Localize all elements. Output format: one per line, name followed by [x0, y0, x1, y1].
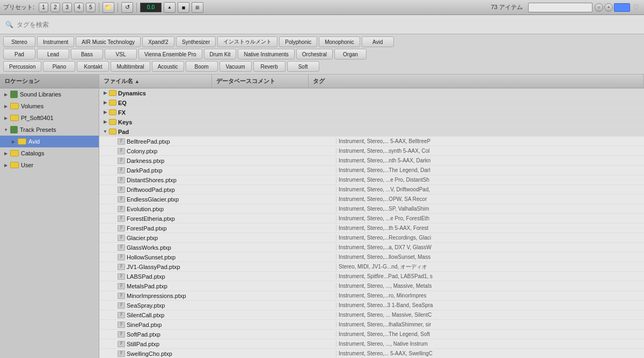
filter-btn-percussion[interactable]: Percussion [3, 61, 41, 72]
sidebar-item-pf-soft[interactable]: ▶Pf_Soft0401 [0, 112, 99, 124]
file-tags-cell: Instrument, Stereo, ...e Pro, DistantSh [336, 177, 644, 183]
filter-btn-soft[interactable]: Soft [287, 61, 319, 72]
refresh-btn[interactable]: ↺ [121, 2, 133, 13]
filter-btn-lead[interactable]: Lead [37, 49, 69, 59]
file-row[interactable]: EndlessGlacier.ptxpInstrument, Stereo,..… [99, 195, 644, 204]
sidebar-item-track-presets[interactable]: ▼Track Presets [0, 124, 99, 136]
filter-btn-vsl[interactable]: VSL [105, 49, 137, 59]
folder-row[interactable]: ▶Dynamics [99, 88, 644, 98]
filter-btn-kontakt[interactable]: Kontakt [77, 61, 109, 72]
file-row[interactable]: Colony.ptxpInstrument, Stereo,...synth 5… [99, 146, 644, 156]
file-row[interactable]: SwellingCho.ptxpInstrument, Stereo,... 5… [99, 349, 644, 358]
row-file-icon [118, 302, 125, 309]
file-row[interactable]: Evolution.ptxpInstrument, Stereo,...SP, … [99, 204, 644, 214]
preset-5[interactable]: 5 [86, 3, 96, 12]
sidebar-item-user[interactable]: ▶User [0, 159, 99, 171]
sidebar-item-catalogs[interactable]: ▶Catalogs [0, 147, 99, 159]
file-name-cell: MetalsPad.ptxp [127, 283, 239, 289]
filter-btn-bass[interactable]: Bass [71, 49, 103, 59]
sep-1 [99, 3, 99, 12]
filter-btn-orchestral[interactable]: Orchestral [296, 49, 333, 59]
sidebar-item-sound-libraries[interactable]: ▶Sound Libraries [0, 88, 99, 100]
filter-btn-pad[interactable]: Pad [3, 49, 35, 59]
file-name-cell: MinorImpressions.ptxp [127, 293, 239, 299]
row-file-icon [118, 177, 125, 183]
sidebar: ロケーション ▶Sound Libraries▶Volumes▶Pf_Soft0… [0, 74, 99, 358]
folder-icon-btn[interactable]: 📁 [103, 2, 114, 13]
filter-btn-xpand!2[interactable]: Xpand!2 [142, 36, 174, 47]
col-header-comment[interactable]: データベースコメント [212, 74, 309, 88]
search-input[interactable] [17, 21, 639, 28]
item-count: 73 アイテム [491, 3, 523, 11]
filter-btn-piano[interactable]: Piano [43, 61, 75, 72]
meter-btn[interactable]: ⊞ [192, 2, 203, 13]
stop-btn[interactable]: ■ [178, 2, 189, 13]
search-bar: 🔍 [0, 15, 644, 34]
filter-btn-reverb[interactable]: Reverb [253, 61, 286, 72]
file-row[interactable]: DistantShores.ptxpInstrument, Stereo, ..… [99, 175, 644, 185]
filter-btn-native-instruments[interactable]: Native Instruments [238, 49, 294, 59]
filter-btn-vacuum[interactable]: Vacuum [219, 61, 252, 72]
file-row[interactable]: DarkPad.ptxpInstrument, Stereo,...The Le… [99, 166, 644, 175]
file-row[interactable]: Glacier.ptxpInstrument, Stereo,...Record… [99, 233, 644, 243]
file-name-cell: DistantShores.ptxp [127, 177, 239, 183]
filter-btn-drum-kit[interactable]: Drum Kit [204, 49, 237, 59]
filter-btn-acoustic[interactable]: Acoustic [152, 61, 184, 72]
sidebar-item-volumes[interactable]: ▶Volumes [0, 100, 99, 112]
file-row[interactable]: MinorImpressions.ptxpInstrument, Stereo,… [99, 291, 644, 301]
file-row[interactable]: HollowSunset.ptxpInstrument, Stereo,...l… [99, 252, 644, 262]
file-name-cell: HollowSunset.ptxp [127, 254, 239, 260]
preset-4[interactable]: 4 [74, 3, 84, 12]
file-row[interactable]: SoftPad.ptxpInstrument, Stereo,...The Le… [99, 330, 644, 339]
file-tags-cell: Instrument, Stereo,...ro, MinorImpres [336, 293, 644, 299]
filter-btn-インストゥルメント[interactable]: インストゥルメント [217, 36, 277, 47]
folder-row[interactable]: ▶FX [99, 108, 644, 117]
circle-btn-1[interactable]: ○ [595, 3, 603, 12]
file-row[interactable]: BelltreePad.ptxpInstrument, Stereo,... 5… [99, 137, 644, 146]
file-row[interactable]: DriftwoodPad.ptxpInstrument, Stereo, ...… [99, 185, 644, 195]
file-row[interactable]: StillPad.ptxpInstrument, Stereo, ..., Na… [99, 339, 644, 349]
col-header-filename[interactable]: ファイル名 ▲ [99, 74, 212, 88]
file-row[interactable]: JV1-GlassyPad.ptxpStereo, MIDI, JV1-G...… [99, 262, 644, 272]
filter-btn-organ[interactable]: Organ [334, 49, 367, 59]
filter-btn-vienna-ensemble-pro[interactable]: Vienna Ensemble Pro [138, 49, 202, 59]
filter-btn-multitimbral[interactable]: Multitimbral [111, 61, 150, 72]
file-row[interactable]: MetalsPad.ptxpInstrument, Stereo, ..., M… [99, 281, 644, 291]
filter-btn-avid[interactable]: Avid [362, 36, 394, 47]
toolbar-right-icons: ○ + ♡ [595, 3, 641, 12]
blue-rect-btn[interactable] [614, 3, 630, 12]
file-row[interactable]: GlassWorks.ptxpInstrument, Stereo,...a, … [99, 243, 644, 252]
folder-row[interactable]: ▶Keys [99, 117, 644, 127]
file-row[interactable]: SinePad.ptxpInstrument, Stereo,...lhalla… [99, 320, 644, 330]
up-btn[interactable]: ▲ [164, 2, 175, 13]
row-file-icon [118, 244, 125, 251]
arrow-icon: ▶ [3, 103, 9, 109]
col-header-tags[interactable]: タグ [309, 74, 644, 88]
filter-btn-stereo[interactable]: Stereo [3, 36, 35, 47]
heart-btn[interactable]: ♡ [631, 3, 641, 12]
sep-2 [118, 3, 118, 12]
filter-btn-air-music-technology[interactable]: AIR Music Technology [76, 36, 141, 47]
folder-row[interactable]: ▶EQ [99, 98, 644, 108]
file-row[interactable]: SeaSpray.ptxpInstrument, Stereo...3 1-Ba… [99, 301, 644, 310]
file-row[interactable]: ForestEtheria.ptxpInstrument, Stereo, ..… [99, 214, 644, 223]
file-row[interactable]: SilentCall.ptxpInstrument, Stereo, ... M… [99, 310, 644, 320]
folder-row[interactable]: ▼Pad [99, 127, 644, 137]
filter-btn-synthesizer[interactable]: Synthesizer [176, 36, 216, 47]
file-row[interactable]: Darkness.ptxpInstrument, Stereo,...nth 5… [99, 156, 644, 166]
file-row[interactable]: LABSPad.ptxpInstrument, Spitfire...Pad, … [99, 272, 644, 281]
preset-1[interactable]: 1 [39, 3, 48, 12]
filter-btn-instrument[interactable]: Instrument [37, 36, 74, 47]
file-row[interactable]: ForestPad.ptxpInstrument, Stereo,...th 5… [99, 223, 644, 233]
sidebar-item-label: Track Presets [20, 126, 56, 133]
filter-btn-boom[interactable]: Boom [186, 61, 218, 72]
sidebar-item-avid[interactable]: ▶Avid [0, 136, 99, 147]
filter-btn-polyphonic[interactable]: Polyphonic [279, 36, 317, 47]
preset-2[interactable]: 2 [50, 3, 60, 12]
row-expand-icon: ▼ [99, 129, 109, 134]
toolbar-search-input[interactable] [528, 3, 592, 12]
circle-plus[interactable]: + [604, 3, 613, 12]
filter-btn-monophonic[interactable]: Monophonic [319, 36, 360, 47]
file-tags-cell: Instrument, Stereo,...The Legend, Soft [336, 331, 644, 337]
preset-3[interactable]: 3 [62, 3, 72, 12]
